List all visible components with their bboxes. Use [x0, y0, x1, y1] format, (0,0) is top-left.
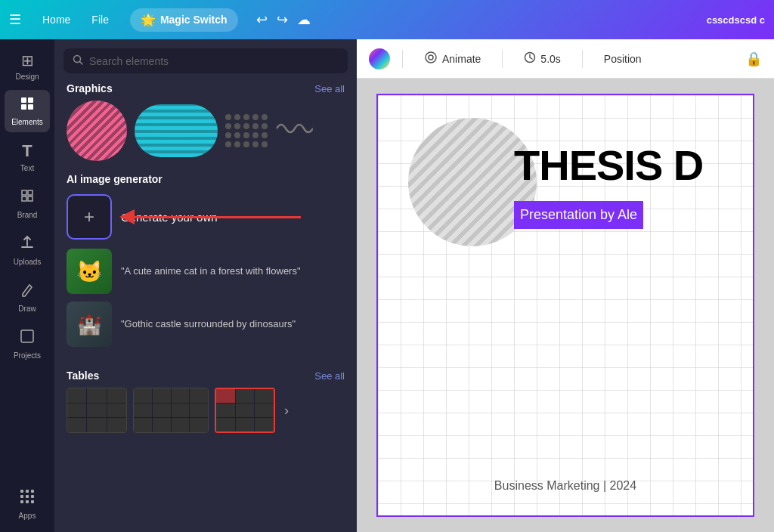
svg-rect-9	[26, 495, 29, 498]
sidebar-apps-label: Apps	[19, 512, 36, 520]
graphics-row	[54, 101, 357, 173]
search-input[interactable]	[89, 55, 339, 67]
graphics-section-header: Graphics See all	[54, 82, 357, 101]
sidebar-text-label: Text	[20, 164, 34, 172]
lock-icon[interactable]: 🔒	[745, 51, 762, 67]
svg-point-15	[426, 52, 436, 63]
generate-row: + Generate your own	[67, 194, 345, 240]
toolbar-divider-2	[502, 50, 503, 68]
sidebar-item-projects[interactable]: Projects	[5, 322, 50, 366]
animate-label: Animate	[442, 53, 481, 65]
design-icon: ⊞	[21, 51, 34, 70]
color-palette-button[interactable]	[369, 48, 390, 70]
tables-row: ›	[67, 388, 345, 433]
brand-icon	[19, 187, 36, 208]
search-icon	[73, 54, 83, 67]
nav-file[interactable]: File	[82, 9, 118, 30]
svg-rect-13	[31, 500, 34, 503]
undo-button[interactable]: ↩	[256, 11, 268, 28]
graphic-wave-item[interactable]	[275, 117, 313, 144]
graphics-title: Graphics	[67, 82, 113, 94]
svg-rect-0	[21, 97, 26, 103]
cat-thumbnail: 🐱	[67, 249, 112, 294]
topbar-actions: ↩ ↪ ☁	[256, 11, 311, 28]
svg-rect-6	[26, 490, 29, 493]
sidebar-projects-label: Projects	[14, 351, 41, 360]
topbar: ☰ Home File 🌟 Magic Switch ↩ ↪ ☁ csscdsc…	[0, 0, 774, 39]
user-account[interactable]: csscdscsd c	[707, 14, 765, 26]
tables-title: Tables	[67, 370, 99, 382]
sidebar-item-design[interactable]: ⊞ Design	[5, 45, 50, 87]
svg-rect-11	[20, 500, 23, 503]
castle-thumbnail: 🏰	[67, 302, 112, 347]
svg-rect-4	[21, 330, 33, 342]
sidebar-elements-label: Elements	[11, 118, 43, 126]
ai-section: AI image generator + Generate your own 🐱…	[54, 173, 357, 360]
tables-scroll-arrow[interactable]: ›	[284, 403, 289, 419]
graphics-see-all[interactable]: See all	[314, 83, 345, 94]
animate-icon	[424, 51, 438, 67]
generate-own-button[interactable]: +	[67, 194, 112, 240]
table-thumb-1[interactable]	[67, 388, 127, 433]
graphic-circle-item[interactable]	[67, 101, 127, 161]
projects-icon	[19, 328, 36, 348]
ai-example-castle[interactable]: 🏰 "Gothic castle surrounded by dinosaurs…	[67, 302, 345, 347]
generate-label: Generate your own	[121, 211, 218, 224]
graphic-dots	[225, 114, 268, 147]
menu-icon[interactable]: ☰	[9, 11, 21, 28]
sidebar-item-text[interactable]: T Text	[5, 135, 50, 178]
slide-container[interactable]: THESIS D Presentation by Ale Business Ma…	[376, 94, 754, 517]
apps-icon	[19, 488, 36, 509]
slide-subtitle-bar: Presentation by Ale	[514, 201, 643, 229]
svg-rect-3	[28, 104, 33, 110]
graphic-dots-item[interactable]	[225, 114, 268, 147]
svg-rect-10	[31, 495, 34, 498]
duration-label: 5.0s	[540, 53, 560, 65]
position-label: Position	[604, 53, 642, 65]
redo-button[interactable]: ↪	[277, 11, 288, 28]
tables-section: Tables See all ›	[54, 360, 357, 439]
duration-button[interactable]: 5.0s	[515, 47, 569, 71]
canvas-toolbar: Animate 5.0s Position 🔒	[357, 39, 774, 79]
ai-example-cat[interactable]: 🐱 "A cute anime cat in a forest with flo…	[67, 249, 345, 294]
sidebar-item-elements[interactable]: Elements	[5, 90, 50, 132]
sidebar: ⊞ Design Elements T Text	[0, 39, 54, 532]
main-layout: ⊞ Design Elements T Text	[0, 39, 774, 532]
toolbar-divider-3	[582, 50, 583, 68]
table-thumb-2[interactable]	[133, 388, 209, 433]
tables-section-header: Tables See all	[67, 370, 345, 382]
nav-home[interactable]: Home	[33, 9, 79, 30]
graphic-pill-item[interactable]	[135, 104, 218, 157]
text-icon: T	[22, 141, 32, 161]
svg-point-16	[429, 55, 433, 60]
slide-footer: Business Marketing | 2024	[378, 479, 753, 493]
animate-button[interactable]: Animate	[415, 46, 490, 72]
uploads-icon	[19, 234, 36, 255]
duration-icon	[524, 51, 536, 66]
ai-example-castle-thumb: 🏰	[67, 302, 112, 347]
magic-switch-label: Magic Switch	[160, 14, 228, 26]
ai-example-castle-text: "Gothic castle surrounded by dinosaurs"	[121, 317, 296, 331]
svg-rect-7	[31, 490, 34, 493]
elements-panel: Graphics See all	[54, 39, 357, 532]
sidebar-item-uploads[interactable]: Uploads	[5, 228, 50, 272]
svg-rect-2	[21, 104, 26, 110]
sidebar-design-label: Design	[15, 73, 39, 81]
cloud-save-button[interactable]: ☁	[297, 11, 311, 28]
sidebar-item-draw[interactable]: Draw	[5, 275, 50, 319]
topbar-nav: Home File	[33, 9, 118, 30]
sidebar-item-brand[interactable]: Brand	[5, 181, 50, 225]
search-bar	[63, 48, 348, 73]
ai-example-cat-thumb: 🐱	[67, 249, 112, 294]
table-thumb-red[interactable]	[215, 388, 275, 433]
graphic-circle	[67, 101, 127, 161]
ai-section-title: AI image generator	[67, 173, 345, 185]
tables-see-all[interactable]: See all	[314, 370, 345, 382]
sidebar-draw-label: Draw	[18, 305, 36, 313]
elements-icon	[20, 96, 35, 115]
position-button[interactable]: Position	[595, 48, 651, 70]
sidebar-item-apps[interactable]: Apps	[5, 482, 50, 526]
canvas-area: Animate 5.0s Position 🔒	[357, 39, 774, 532]
magic-switch-button[interactable]: 🌟 Magic Switch	[130, 8, 238, 32]
svg-rect-1	[28, 97, 33, 103]
